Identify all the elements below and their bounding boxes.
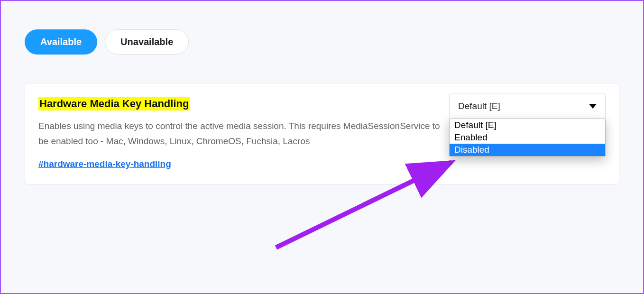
tab-bar: Available Unavailable [25, 29, 619, 55]
dropdown-button[interactable]: Default [E] [449, 93, 606, 119]
dropdown-option-default[interactable]: Default [E] [450, 119, 605, 131]
dropdown-option-disabled[interactable]: Disabled [450, 144, 605, 156]
tab-unavailable[interactable]: Unavailable [105, 29, 189, 55]
flag-title: Hardware Media Key Handling [38, 97, 190, 110]
flag-card: Hardware Media Key Handling Enables usin… [25, 83, 619, 185]
tab-available[interactable]: Available [25, 29, 97, 55]
flag-dropdown: Default [E] Default [E] Enabled Disabled [449, 93, 606, 119]
flag-description: Enables using media keys to control the … [38, 119, 442, 149]
chevron-down-icon [589, 104, 597, 109]
dropdown-list: Default [E] Enabled Disabled [449, 119, 606, 156]
dropdown-option-enabled[interactable]: Enabled [450, 131, 605, 144]
flag-anchor-link[interactable]: #hardware-media-key-handling [38, 159, 171, 169]
dropdown-selected-label: Default [E] [458, 101, 500, 111]
